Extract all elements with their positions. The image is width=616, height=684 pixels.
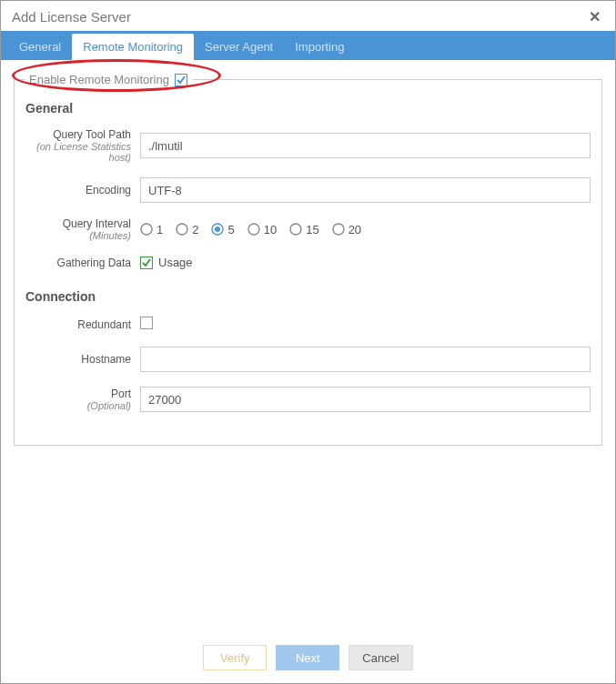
port-label: Port xyxy=(111,387,131,400)
dialog-title: Add License Server xyxy=(12,9,131,25)
query-interval-radio-group: 125101520 xyxy=(140,223,591,236)
query-interval-option-label: 5 xyxy=(227,223,234,236)
query-interval-radio-2[interactable]: 2 xyxy=(176,223,198,236)
gathering-usage-checkbox[interactable] xyxy=(140,256,153,269)
radio-icon xyxy=(332,223,345,236)
query-tool-path-input[interactable] xyxy=(140,133,591,158)
query-interval-radio-1[interactable]: 1 xyxy=(140,223,163,236)
footer: Verify Next Cancel xyxy=(1,632,615,683)
query-tool-path-label: Query Tool Path xyxy=(53,128,131,141)
connection-section-title: Connection xyxy=(25,289,591,304)
enable-remote-monitoring-legend[interactable]: Enable Remote Monitoring xyxy=(25,73,193,86)
redundant-label-col: Redundant xyxy=(25,318,140,331)
redundant-checkbox[interactable] xyxy=(140,317,153,329)
radio-icon xyxy=(211,223,224,236)
svg-point-1 xyxy=(141,224,152,235)
query-interval-sublabel: (Minutes) xyxy=(25,230,131,241)
query-interval-label: Query Interval xyxy=(63,217,131,230)
gathering-usage-checkbox-item[interactable]: Usage xyxy=(140,256,591,269)
tab-server-agent[interactable]: Server Agent xyxy=(194,34,284,60)
svg-rect-9 xyxy=(141,317,153,329)
verify-button[interactable]: Verify xyxy=(203,645,267,670)
titlebar: Add License Server ✕ xyxy=(1,1,615,31)
encoding-input[interactable] xyxy=(140,177,591,203)
close-icon[interactable]: ✕ xyxy=(585,8,604,25)
query-interval-option-label: 15 xyxy=(306,223,318,236)
radio-icon xyxy=(140,223,153,236)
gathering-usage-label: Usage xyxy=(158,256,193,269)
tab-remote-monitoring[interactable]: Remote Monitoring xyxy=(72,34,194,60)
tab-importing[interactable]: Importing xyxy=(284,34,355,60)
query-interval-option-label: 1 xyxy=(157,223,163,236)
row-encoding: Encoding xyxy=(25,177,591,203)
svg-point-6 xyxy=(290,224,301,235)
hostname-label-col: Hostname xyxy=(25,353,140,366)
encoding-label: Encoding xyxy=(86,184,131,196)
row-redundant: Redundant xyxy=(25,317,591,332)
hostname-input[interactable] xyxy=(140,347,591,372)
radio-icon xyxy=(247,223,260,236)
tabbar: General Remote Monitoring Server Agent I… xyxy=(1,31,615,60)
port-sublabel: (Optional) xyxy=(25,400,131,411)
query-tool-path-label-col: Query Tool Path (on License Statistics h… xyxy=(25,128,140,163)
content-area: Enable Remote Monitoring General Query T… xyxy=(1,60,615,632)
radio-icon xyxy=(289,223,302,236)
query-interval-radio-5[interactable]: 5 xyxy=(211,223,234,236)
query-interval-label-col: Query Interval (Minutes) xyxy=(25,217,140,241)
tab-general[interactable]: General xyxy=(8,34,72,60)
svg-point-5 xyxy=(248,224,259,235)
row-port: Port (Optional) xyxy=(25,387,591,412)
query-interval-radio-10[interactable]: 10 xyxy=(247,223,277,236)
svg-point-4 xyxy=(215,226,220,232)
enable-remote-monitoring-label: Enable Remote Monitoring xyxy=(29,73,169,86)
row-gathering-data: Gathering Data Usage xyxy=(25,256,591,269)
query-interval-option-label: 10 xyxy=(264,223,277,236)
radio-icon xyxy=(176,223,188,236)
general-section-title: General xyxy=(25,101,591,116)
enable-remote-monitoring-fieldset: Enable Remote Monitoring General Query T… xyxy=(14,73,602,446)
redundant-label: Redundant xyxy=(77,318,131,331)
query-tool-path-sublabel: (on License Statistics host) xyxy=(25,141,131,163)
query-interval-option-label: 2 xyxy=(192,223,198,236)
cancel-button[interactable]: Cancel xyxy=(348,645,412,670)
svg-point-7 xyxy=(333,224,344,235)
enable-remote-monitoring-checkbox[interactable] xyxy=(175,74,187,86)
row-hostname: Hostname xyxy=(25,347,591,372)
row-query-interval: Query Interval (Minutes) 125101520 xyxy=(25,217,591,241)
port-input[interactable] xyxy=(140,387,591,412)
query-interval-option-label: 20 xyxy=(348,223,361,236)
svg-point-2 xyxy=(177,224,187,235)
query-interval-radio-15[interactable]: 15 xyxy=(289,223,318,236)
gathering-data-label-col: Gathering Data xyxy=(25,256,140,269)
row-query-tool-path: Query Tool Path (on License Statistics h… xyxy=(25,128,591,163)
port-label-col: Port (Optional) xyxy=(25,387,140,411)
hostname-label: Hostname xyxy=(81,353,131,366)
encoding-label-col: Encoding xyxy=(25,184,140,196)
dialog: Add License Server ✕ General Remote Moni… xyxy=(0,0,616,684)
next-button[interactable]: Next xyxy=(276,645,339,670)
gathering-data-label: Gathering Data xyxy=(57,256,131,269)
query-interval-radio-20[interactable]: 20 xyxy=(332,223,361,236)
